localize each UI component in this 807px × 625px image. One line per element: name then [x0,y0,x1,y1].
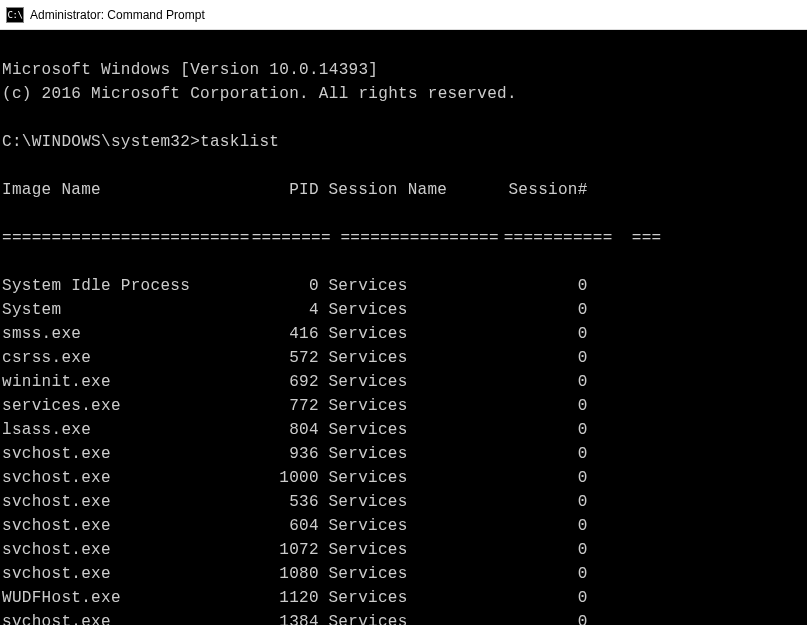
task-session-num: 0 [482,490,588,514]
task-session-num: 0 [482,298,588,322]
task-session-name: Services [328,442,482,466]
task-session-name: Services [328,298,482,322]
task-image-name: csrss.exe [2,346,242,370]
sep-session-name: ================ [340,226,494,250]
task-pid: 4 [242,298,319,322]
task-image-name: svchost.exe [2,442,242,466]
task-session-num: 0 [482,322,588,346]
cmd-icon: C:\ [6,7,24,23]
window-title: Administrator: Command Prompt [30,8,205,22]
task-session-name: Services [328,466,482,490]
terminal-output[interactable]: Microsoft Windows [Version 10.0.14393] (… [0,30,807,625]
task-image-name: System Idle Process [2,274,242,298]
task-image-name: services.exe [2,394,242,418]
task-session-num: 0 [482,370,588,394]
col-header-session-num: Session# [482,178,588,202]
task-session-num: 0 [482,562,588,586]
task-session-num: 0 [482,394,588,418]
task-session-name: Services [328,322,482,346]
task-image-name: svchost.exe [2,538,242,562]
col-header-pid: PID [242,178,319,202]
task-row: svchost.exe1000 Services0 [2,466,807,490]
task-row: lsass.exe804 Services0 [2,418,807,442]
sep-trail: === [632,229,662,247]
task-image-name: svchost.exe [2,466,242,490]
task-image-name: lsass.exe [2,418,242,442]
command-text: tasklist [200,133,279,151]
task-pid: 536 [242,490,319,514]
task-session-name: Services [328,346,482,370]
task-pid: 772 [242,394,319,418]
task-row: svchost.exe1080 Services0 [2,562,807,586]
separator-row: ========================= ======== =====… [2,226,807,250]
task-session-name: Services [328,586,482,610]
task-row: wininit.exe692 Services0 [2,370,807,394]
col-header-session-name: Session Name [328,178,482,202]
task-session-name: Services [328,394,482,418]
task-row: svchost.exe536 Services0 [2,490,807,514]
task-image-name: svchost.exe [2,514,242,538]
task-image-name: wininit.exe [2,370,242,394]
task-session-num: 0 [482,274,588,298]
task-row: services.exe772 Services0 [2,394,807,418]
task-pid: 1080 [242,562,319,586]
task-pid: 0 [242,274,319,298]
banner-line-2: (c) 2016 Microsoft Corporation. All righ… [2,85,517,103]
task-session-num: 0 [482,586,588,610]
task-session-num: 0 [482,514,588,538]
task-session-name: Services [328,610,482,625]
banner-line-1: Microsoft Windows [Version 10.0.14393] [2,61,378,79]
task-image-name: svchost.exe [2,610,242,625]
task-image-name: WUDFHost.exe [2,586,242,610]
sep-pid: ======== [252,229,331,247]
task-row: csrss.exe572 Services0 [2,346,807,370]
sep-session-num: =========== [504,229,613,247]
task-image-name: svchost.exe [2,562,242,586]
task-row: System Idle Process0 Services0 [2,274,807,298]
task-pid: 416 [242,322,319,346]
task-session-name: Services [328,418,482,442]
column-header-row: Image NamePID Session NameSession# [2,178,807,202]
task-row: WUDFHost.exe1120 Services0 [2,586,807,610]
task-session-name: Services [328,562,482,586]
task-image-name: smss.exe [2,322,242,346]
task-session-name: Services [328,538,482,562]
task-pid: 936 [242,442,319,466]
task-session-num: 0 [482,418,588,442]
task-pid: 804 [242,418,319,442]
task-session-num: 0 [482,538,588,562]
task-pid: 692 [242,370,319,394]
task-session-num: 0 [482,346,588,370]
task-row: svchost.exe1384 Services0 [2,610,807,625]
task-row: smss.exe416 Services0 [2,322,807,346]
col-header-image-name: Image Name [2,178,242,202]
task-session-num: 0 [482,610,588,625]
task-row: svchost.exe604 Services0 [2,514,807,538]
task-pid: 1384 [242,610,319,625]
task-image-name: System [2,298,242,322]
task-row: svchost.exe1072 Services0 [2,538,807,562]
window-titlebar[interactable]: C:\ Administrator: Command Prompt [0,0,807,30]
task-pid: 1000 [242,466,319,490]
task-pid: 1072 [242,538,319,562]
task-pid: 604 [242,514,319,538]
task-session-name: Services [328,370,482,394]
task-session-name: Services [328,490,482,514]
task-image-name: svchost.exe [2,490,242,514]
task-row: svchost.exe936 Services0 [2,442,807,466]
sep-image-name: ========================= [2,226,242,250]
task-pid: 572 [242,346,319,370]
task-session-num: 0 [482,442,588,466]
task-session-name: Services [328,514,482,538]
task-session-name: Services [328,274,482,298]
task-pid: 1120 [242,586,319,610]
task-session-num: 0 [482,466,588,490]
prompt-path: C:\WINDOWS\system32> [2,133,200,151]
task-row: System4 Services0 [2,298,807,322]
